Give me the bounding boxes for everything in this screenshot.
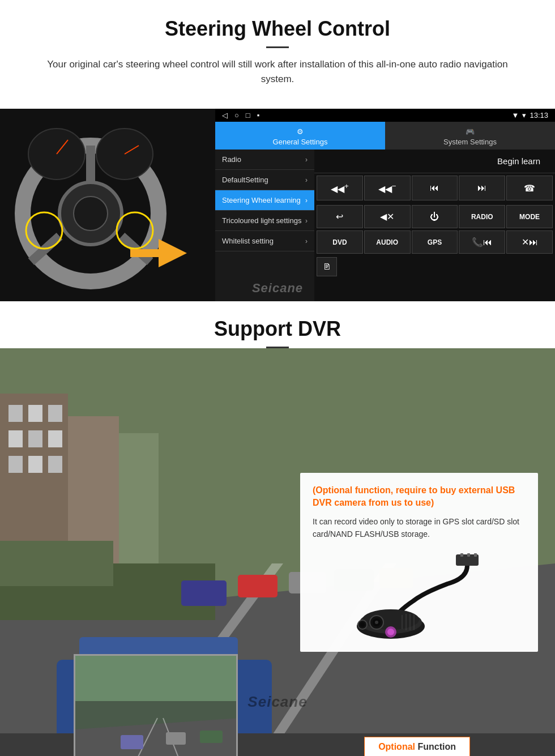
whitelist-row: 🖹 (314, 256, 555, 277)
mode-btn[interactable]: MODE (506, 205, 553, 228)
begin-learn-button[interactable]: Begin learn (488, 153, 549, 169)
radio-label: RADIO (471, 213, 493, 221)
dvr-info-card: (Optional function, require to buy exter… (300, 473, 538, 652)
prev-track-btn[interactable]: ⏮ (412, 176, 458, 200)
tab-system[interactable]: 🎮 System Settings (385, 122, 555, 150)
menu-item-radio[interactable]: Radio › (215, 150, 314, 170)
menu-radio-label: Radio (222, 155, 241, 164)
optional-label: Optional (378, 742, 415, 751)
begin-learn-row: Begin learn (314, 150, 555, 173)
power-icon: ⏻ (430, 212, 439, 222)
dvd-label: DVD (332, 238, 347, 246)
control-grid-row3: DVD AUDIO GPS 📞⏮ ✕⏭ (314, 230, 555, 256)
app-icon: ▪ (257, 111, 260, 119)
vol-up-btn[interactable]: ◀◀+ (317, 176, 363, 200)
svg-point-54 (387, 629, 394, 635)
dvr-image-area: (Optional function, require to buy exter… (0, 348, 555, 756)
gps-label: GPS (428, 238, 442, 246)
menu-whitelist-arrow: › (305, 237, 308, 245)
dvr-title: Support DVR (0, 301, 555, 341)
system-settings-icon: 🎮 (466, 127, 475, 136)
audio-label: AUDIO (376, 238, 398, 246)
menu-item-tricoloured[interactable]: Tricoloured light settings › (215, 211, 314, 231)
steering-divider (266, 46, 289, 48)
svg-rect-44 (474, 553, 477, 557)
svg-rect-24 (28, 456, 42, 473)
menu-whitelist-label: Whitelist setting (222, 237, 274, 245)
menu-tricoloured-arrow: › (305, 217, 308, 225)
control-grid-row2: ↩ ◀✕ ⏻ RADIO MODE (314, 203, 555, 230)
status-bar-left: ◁ ○ □ ▪ (222, 111, 259, 119)
svg-point-6 (74, 197, 108, 230)
radio-btn[interactable]: RADIO (459, 205, 505, 228)
vol-down-icon: ◀◀− (378, 182, 396, 194)
menu-item-default[interactable]: DefaultSetting › (215, 170, 314, 190)
vol-up-icon: ◀◀+ (331, 182, 349, 194)
system-settings-label: System Settings (443, 138, 497, 146)
phone-icon: ☎ (524, 183, 535, 194)
steering-section: Steering Wheel Control Your original car… (0, 0, 555, 109)
menu-item-steering[interactable]: Steering Wheel learning › (215, 190, 314, 211)
phone-btn[interactable]: ☎ (506, 176, 553, 200)
svg-rect-18 (28, 405, 42, 422)
next-track-icon: ⏭ (477, 183, 486, 193)
status-bar: ◁ ○ □ ▪ ▼ ▾ 13:13 (215, 109, 555, 122)
steering-title: Steering Wheel Control (23, 17, 532, 41)
steering-content-area: ◁ ○ □ ▪ ▼ ▾ 13:13 ⚙ General Settings 🎮 S… (0, 109, 555, 301)
svg-rect-43 (467, 553, 470, 557)
menu-radio-arrow: › (305, 156, 308, 164)
power-btn[interactable]: ⏻ (412, 205, 458, 228)
mute-icon: ◀✕ (380, 211, 394, 222)
wifi-icon: ▾ (522, 111, 526, 119)
menu-tricoloured-label: Tricoloured light settings (222, 216, 301, 225)
hangup-btn[interactable]: ↩ (317, 205, 363, 228)
mode-label: MODE (519, 213, 540, 221)
dvd-btn[interactable]: DVD (317, 230, 363, 254)
general-settings-label: General Settings (273, 138, 328, 146)
gps-btn[interactable]: GPS (412, 230, 458, 254)
back-icon: ◁ (222, 111, 228, 119)
mute-btn[interactable]: ◀✕ (364, 205, 411, 228)
seicane-watermark-dvr: Seicane (247, 693, 307, 711)
tab-general[interactable]: ⚙ General Settings (215, 122, 385, 150)
steering-description: Your original car's steering wheel contr… (45, 57, 510, 86)
recents-icon: □ (246, 111, 250, 119)
svg-rect-22 (48, 430, 62, 447)
svg-rect-20 (8, 430, 23, 447)
phone-prev-icon: 📞⏮ (472, 237, 492, 247)
dvr-optional-text: (Optional function, require to buy exter… (313, 484, 526, 510)
audio-btn[interactable]: AUDIO (364, 230, 411, 254)
ui-panel: ◁ ○ □ ▪ ▼ ▾ 13:13 ⚙ General Settings 🎮 S… (215, 109, 555, 301)
optional-function-badge: Optional Function (364, 737, 470, 756)
dashcam-thumbnail-svg (75, 656, 238, 756)
svg-rect-17 (8, 405, 23, 422)
mute-next-btn[interactable]: ✕⏭ (506, 230, 553, 254)
vol-down-btn[interactable]: ◀◀− (364, 176, 411, 200)
home-icon: ○ (234, 111, 239, 119)
svg-point-52 (360, 622, 365, 627)
status-bar-right: ▼ ▾ 13:13 (512, 111, 548, 119)
svg-rect-67 (200, 731, 223, 743)
menu-list: Radio › DefaultSetting › Steering Wheel … (215, 150, 314, 301)
svg-rect-60 (75, 656, 238, 701)
menu-controls-area: Radio › DefaultSetting › Steering Wheel … (215, 150, 555, 301)
svg-rect-10 (130, 249, 163, 257)
hangup-icon: ↩ (336, 211, 343, 222)
dvr-section: Support DVR (0, 301, 555, 756)
next-track-btn[interactable]: ⏭ (459, 176, 505, 200)
whitelist-icon: 🖹 (317, 257, 337, 276)
controls-area: Begin learn ◀◀+ ◀◀− ⏮ ⏭ (314, 150, 555, 301)
signal-icon: ▼ (512, 111, 519, 119)
menu-steering-arrow: › (305, 197, 308, 204)
svg-rect-32 (0, 541, 113, 586)
phone-prev-btn[interactable]: 📞⏮ (459, 230, 505, 254)
menu-item-whitelist[interactable]: Whitelist setting › (215, 231, 314, 251)
svg-rect-25 (48, 456, 62, 473)
time-display: 13:13 (530, 111, 548, 119)
svg-rect-21 (28, 430, 42, 447)
svg-rect-19 (48, 405, 62, 422)
prev-track-icon: ⏮ (430, 183, 439, 193)
svg-point-50 (375, 621, 378, 624)
menu-default-label: DefaultSetting (222, 176, 268, 184)
menu-steering-label: Steering Wheel learning (222, 196, 301, 204)
